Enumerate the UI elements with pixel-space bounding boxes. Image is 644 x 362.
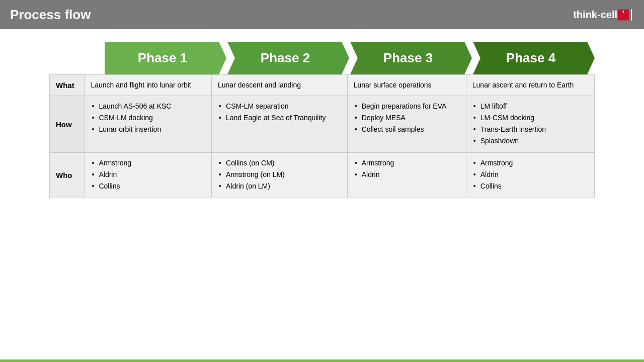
phase-2-header: Phase 2 [227,42,349,74]
list-item: Splashdown [472,136,588,146]
list-item: Collins [91,181,205,192]
what-p1: Launch and flight into lunar orbit [85,75,212,96]
how-p4-list: LM liftoff LM-CSM docking Trans-Earth in… [472,101,588,146]
who-p2: Collins (on CM) Armstrong (on LM) Aldrin… [212,153,348,198]
how-p1-list: Launch AS-506 at KSC CSM-LM docking Luna… [91,101,205,135]
list-item: Collins [472,181,588,192]
what-p2: Lunar descent and landing [212,75,348,96]
list-item: Armstrong [354,158,460,168]
list-item: Aldrin (on LM) [218,181,341,192]
process-table: What Launch and flight into lunar orbit … [49,74,595,198]
list-item: Aldrin [354,169,460,180]
who-label: Who [50,153,85,198]
phase-4-header: Phase 4 [473,42,595,74]
svg-marker-2 [350,42,472,74]
how-p3-list: Begin preparations for EVA Deploy MESA C… [354,101,460,135]
svg-marker-1 [227,42,349,74]
what-label: What [50,75,85,96]
phase-headers: Phase 1 Phase 2 Phase 3 Phase 4 [105,42,595,74]
list-item: LM liftoff [472,101,588,112]
how-p2: CSM-LM separation Land Eagle at Sea of T… [212,96,348,153]
list-item: LM-CSM docking [472,113,588,123]
how-row: How Launch AS-506 at KSC CSM-LM docking … [50,96,595,153]
bottom-line [0,359,644,362]
logo: think-cell ' [573,9,634,21]
list-item: Armstrong (on LM) [218,169,341,180]
who-p2-list: Collins (on CM) Armstrong (on LM) Aldrin… [218,158,341,192]
list-item: Aldrin [472,169,588,180]
list-item: CSM-LM docking [91,113,205,123]
who-row: Who Armstrong Aldrin Collins Collins (on… [50,153,595,198]
who-p3-list: Armstrong Aldrin [354,158,460,180]
what-p3: Lunar surface operations [347,75,466,96]
list-item: Collins (on CM) [218,158,341,168]
content-area: Phase 1 Phase 2 Phase 3 Phase 4 What [0,29,644,198]
list-item: Aldrin [91,169,205,180]
list-item: Launch AS-506 at KSC [91,101,205,112]
who-p3: Armstrong Aldrin [347,153,466,198]
how-p1: Launch AS-506 at KSC CSM-LM docking Luna… [85,96,212,153]
phase-1-header: Phase 1 [105,42,226,74]
page-title: Process flow [10,7,91,23]
list-item: Collect soil samples [354,124,460,135]
header: Process flow think-cell ' [0,0,644,29]
who-p1-list: Armstrong Aldrin Collins [91,158,205,192]
what-p4: Lunar ascent and return to Earth [466,75,594,96]
list-item: Deploy MESA [354,113,460,123]
who-p4-list: Armstrong Aldrin Collins [472,158,588,192]
list-item: Land Eagle at Sea of Tranquility [218,113,341,123]
how-p3: Begin preparations for EVA Deploy MESA C… [347,96,466,153]
how-p4: LM liftoff LM-CSM docking Trans-Earth in… [466,96,594,153]
list-item: CSM-LM separation [218,101,341,112]
list-item: Armstrong [472,158,588,168]
who-p4: Armstrong Aldrin Collins [466,153,594,198]
how-label: How [50,96,85,153]
list-item: Begin preparations for EVA [354,101,460,112]
phase-3-header: Phase 3 [350,42,472,74]
who-p1: Armstrong Aldrin Collins [85,153,212,198]
list-item: Armstrong [91,158,205,168]
list-item: Lunar orbit insertion [91,124,205,135]
svg-marker-0 [105,42,226,74]
svg-marker-3 [473,42,595,74]
what-row: What Launch and flight into lunar orbit … [50,75,595,96]
how-p2-list: CSM-LM separation Land Eagle at Sea of T… [218,101,341,123]
list-item: Trans-Earth insertion [472,124,588,135]
